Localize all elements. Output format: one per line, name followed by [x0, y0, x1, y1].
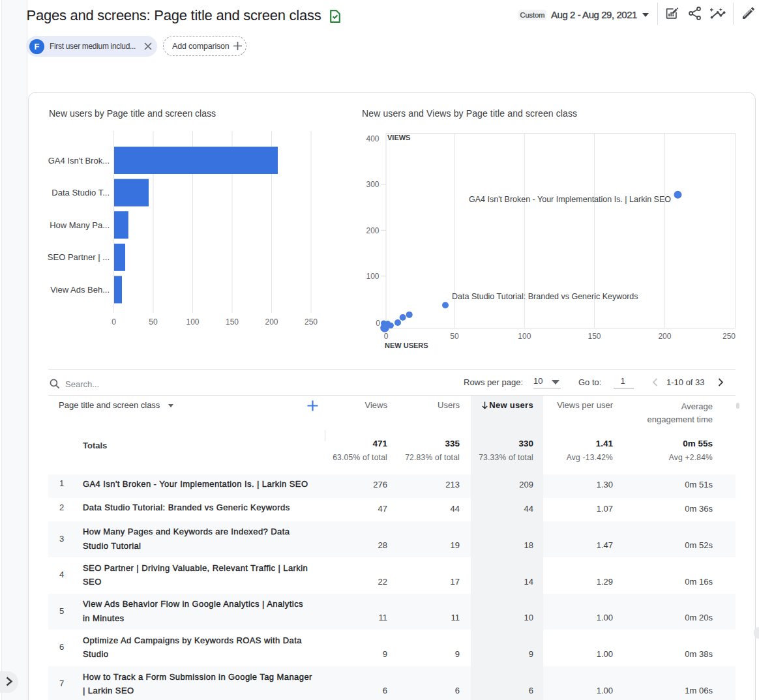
svg-text:250: 250 — [722, 332, 736, 341]
svg-text:300: 300 — [366, 180, 379, 189]
svg-text:400: 400 — [366, 134, 379, 143]
svg-text:GA4 Isn't Broken - Your Implem: GA4 Isn't Broken - Your Implementation I… — [469, 195, 671, 204]
svg-text:50: 50 — [450, 332, 459, 341]
svg-text:0: 0 — [384, 332, 389, 341]
svg-text:How Many Pa...: How Many Pa... — [50, 220, 110, 230]
svg-text:100: 100 — [186, 317, 199, 327]
svg-text:200: 200 — [658, 332, 671, 341]
svg-text:50: 50 — [149, 317, 158, 327]
svg-text:150: 150 — [226, 317, 239, 327]
svg-text:200: 200 — [366, 226, 379, 235]
svg-text:GA4 Isn't Brok...: GA4 Isn't Brok... — [48, 156, 110, 166]
svg-text:VIEWS: VIEWS — [387, 134, 410, 141]
svg-text:SEO Partner | ...: SEO Partner | ... — [48, 252, 110, 262]
svg-text:0: 0 — [376, 319, 380, 328]
svg-text:Data Studio T...: Data Studio T... — [52, 188, 110, 197]
svg-text:150: 150 — [588, 332, 601, 341]
svg-text:View Ads Beh...: View Ads Beh... — [50, 285, 110, 295]
svg-text:200: 200 — [265, 317, 278, 327]
svg-text:NEW USERS: NEW USERS — [385, 342, 428, 349]
svg-text:100: 100 — [366, 272, 379, 281]
svg-text:250: 250 — [305, 317, 318, 327]
svg-text:0: 0 — [112, 317, 116, 327]
svg-text:Data Studio Tutorial: Branded: Data Studio Tutorial: Branded vs Generic… — [452, 292, 638, 301]
svg-text:100: 100 — [518, 332, 531, 341]
